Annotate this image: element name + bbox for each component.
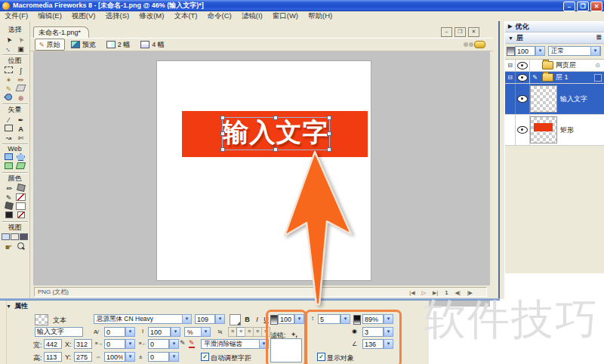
blur-tool-icon[interactable] [3, 94, 14, 103]
selection-handle[interactable] [220, 147, 225, 152]
fill-color-swatch[interactable] [15, 202, 26, 211]
rectangle-tool-icon[interactable] [3, 125, 14, 134]
horizontal-scale-dropdown[interactable]: ▼ [125, 352, 135, 362]
eyedropper-tool-icon[interactable]: ✐ [3, 184, 14, 193]
menu-filters[interactable]: 滤镜(I) [242, 11, 263, 21]
selection-handle[interactable] [327, 131, 331, 136]
kerning-dropdown[interactable]: ▼ [125, 327, 135, 337]
font-size-input[interactable] [195, 314, 215, 324]
tab-2up[interactable]: 2 幅 [102, 39, 135, 51]
polygon-slice-tool-icon[interactable] [15, 162, 26, 171]
show-object-checkbox[interactable]: ✓ [317, 353, 325, 361]
marquee-tool-icon[interactable] [3, 66, 14, 76]
text-color-well[interactable] [230, 314, 241, 325]
full-screen-with-menus-mode-button[interactable] [11, 233, 19, 242]
freeform-tool-icon[interactable]: ↝ [3, 134, 14, 143]
default-colors-button[interactable] [3, 211, 14, 221]
fill-color-bucket-icon[interactable] [3, 202, 14, 211]
filter-list[interactable] [270, 338, 302, 362]
opacity-dropdown[interactable]: ▼ [535, 46, 545, 56]
lasso-tool-icon[interactable]: ʃ [15, 66, 26, 76]
autokern-checkbox[interactable]: ✓ [201, 353, 209, 361]
document-tab[interactable]: 未命名-1.png* [33, 26, 89, 39]
panel-divider[interactable] [493, 21, 504, 299]
stroke-pencil-icon[interactable]: ✎ [180, 339, 186, 347]
panel-menu-icon[interactable]: ≣ [596, 33, 602, 41]
baseline-shift-input[interactable] [148, 352, 169, 362]
paint-bucket-tool-icon[interactable] [15, 184, 26, 193]
align-stretch-button[interactable]: ≡ [261, 327, 270, 337]
object-opacity-input[interactable] [278, 314, 294, 324]
object-name-input[interactable] [35, 327, 83, 337]
rubber-stamp-tool-icon[interactable]: ⊛ [15, 94, 26, 103]
menu-select[interactable]: 选择(S) [105, 11, 129, 21]
magic-wand-tool-icon[interactable]: ✶ [3, 76, 14, 85]
quick-export-icon[interactable] [474, 41, 485, 48]
layers-panel-header[interactable]: ▼ 层 ≣ [505, 32, 604, 44]
canvas-workspace[interactable]: 输入文字 [33, 51, 490, 307]
collapse-box-icon[interactable]: ⊟ [505, 60, 516, 71]
menu-text[interactable]: 文本(T) [174, 11, 197, 21]
find-icon[interactable] [464, 42, 468, 47]
stroke-color-swatch[interactable] [15, 193, 26, 202]
stroke-color-icon[interactable]: ✎ [189, 339, 195, 348]
font-size-dropdown[interactable]: ▼ [215, 314, 225, 324]
zoom-tool-icon[interactable] [15, 242, 26, 251]
add-filter-button[interactable]: +, [291, 331, 297, 338]
menu-file[interactable]: 文件(F) [5, 11, 28, 21]
indent-input[interactable] [104, 339, 125, 349]
selection-handle[interactable] [220, 131, 225, 136]
shadow-angle-dropdown[interactable]: ▼ [384, 339, 393, 349]
bold-button[interactable]: B [242, 314, 252, 325]
web-layer-row[interactable]: ⊟ 网页层 ⊙ [505, 60, 604, 72]
menu-view[interactable]: 视图(V) [72, 11, 96, 21]
shadow-blur-input[interactable] [362, 327, 384, 337]
leading-dropdown[interactable]: ▼ [171, 327, 180, 337]
doc-restore-button[interactable]: ❐ [455, 27, 466, 37]
doc-minimize-button[interactable]: – [441, 27, 452, 37]
width-input[interactable] [44, 339, 62, 349]
pen-tool-icon[interactable]: ✒ [15, 116, 26, 125]
subselection-tool-icon[interactable]: ➤ [15, 35, 26, 45]
y-input[interactable] [74, 352, 92, 362]
leading-input[interactable] [148, 327, 171, 337]
slice-tool-icon[interactable] [3, 162, 14, 171]
selection-handle[interactable] [273, 147, 278, 152]
eraser-tool-icon[interactable] [15, 85, 26, 94]
layer1-row[interactable]: ⊟ ✎ 层 1 [505, 72, 604, 84]
shadow-opacity-input[interactable] [362, 314, 384, 324]
full-screen-mode-button[interactable] [20, 233, 28, 242]
antialias-dropdown[interactable]: ▼ [259, 339, 269, 349]
brush-tool-icon[interactable]: ✏ [15, 76, 26, 85]
baseline-shift-dropdown[interactable]: ▼ [169, 352, 179, 362]
menu-edit[interactable]: 编辑(E) [38, 11, 62, 21]
shadow-distance-input[interactable] [318, 314, 341, 324]
crop-tool-icon[interactable]: ▣ [15, 45, 26, 54]
paragraph-spacing-dropdown[interactable]: ▼ [169, 339, 179, 349]
font-family-dropdown[interactable]: ▼ [182, 314, 192, 324]
indent-dropdown[interactable]: ▼ [125, 339, 135, 349]
selection-handle[interactable] [273, 116, 278, 120]
knife-tool-icon[interactable]: ✄ [15, 134, 26, 143]
blend-dropdown[interactable]: ▼ [590, 46, 600, 56]
visibility-eye-icon[interactable] [517, 126, 528, 134]
rectangle-hotspot-tool-icon[interactable] [3, 153, 14, 162]
shadow-opacity-dropdown[interactable]: ▼ [384, 314, 393, 324]
tab-original[interactable]: ✎ 原始 [35, 39, 65, 51]
standard-screen-mode-button[interactable] [2, 233, 10, 242]
shadow-distance-dropdown[interactable]: ▼ [341, 314, 350, 324]
menu-modify[interactable]: 修改(M) [139, 11, 164, 21]
text-tool-icon[interactable]: A [15, 125, 26, 134]
font-family-select[interactable]: 思源黑体 CN Heavy [94, 314, 183, 324]
menu-help[interactable]: 帮助(H) [308, 11, 332, 21]
minimize-button[interactable]: – [563, 2, 575, 11]
scale-tool-icon[interactable]: ↔ [3, 45, 14, 54]
leading-unit-select[interactable]: % [184, 327, 202, 337]
object-opacity-dropdown[interactable]: ▼ [294, 314, 304, 324]
hand-tool-icon[interactable]: ☛ [3, 242, 14, 251]
rectangle-object-row[interactable]: 矩形 [505, 115, 604, 146]
tab-preview[interactable]: 预览 [66, 39, 100, 51]
horizontal-scale-input[interactable] [104, 352, 125, 362]
optimize-panel-header[interactable]: ▶ 优化 [505, 21, 604, 32]
shadow-angle-input[interactable] [362, 339, 384, 349]
